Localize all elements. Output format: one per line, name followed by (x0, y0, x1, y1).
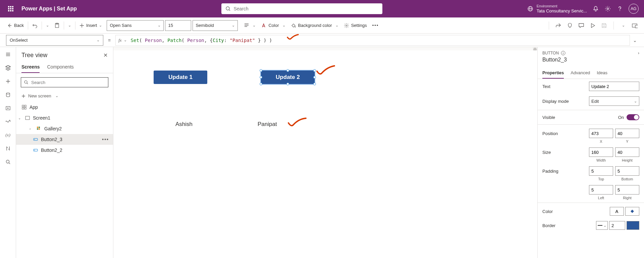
canvas-button-update1[interactable]: Update 1 (154, 71, 207, 84)
bg-color-button[interactable]: Background color ⌄ (288, 20, 341, 31)
publish-icon[interactable] (631, 22, 638, 29)
prop-border-label: Border (542, 223, 593, 228)
user-avatar[interactable]: AG (629, 4, 639, 14)
prop-text-input[interactable] (589, 82, 639, 91)
rail-media-icon[interactable] (5, 105, 11, 112)
prop-padtop-input[interactable] (589, 166, 613, 176)
rail-hamburger-icon[interactable] (5, 51, 11, 58)
expand-formula-icon[interactable]: ⌄ (630, 38, 640, 43)
insert-button[interactable]: Insert ⌄ (77, 20, 105, 31)
color-label: Color (268, 23, 279, 28)
prop-x-input[interactable] (589, 129, 613, 138)
svg-rect-20 (22, 108, 24, 109)
property-value: OnSelect (10, 38, 28, 43)
prop-displaymode-select[interactable]: Edit⌄ (589, 96, 639, 106)
paste-dropdown[interactable]: ⌄ (65, 20, 74, 31)
tree-search-input[interactable] (31, 80, 105, 85)
tree-search[interactable] (21, 77, 108, 87)
notifications-icon[interactable] (592, 5, 599, 12)
search-icon (225, 6, 231, 11)
more-icon[interactable]: ••• (102, 137, 109, 142)
clipboard-icon (54, 23, 60, 28)
save-dropdown[interactable]: ⌄ (620, 22, 627, 29)
global-search[interactable] (221, 3, 382, 14)
prop-y-input[interactable] (615, 129, 639, 138)
undo-dropdown[interactable]: ⌄ (43, 20, 52, 31)
prop-border-width-input[interactable] (609, 221, 625, 230)
tab-advanced[interactable]: Advanced (571, 68, 590, 79)
rail-flow-icon[interactable] (5, 118, 11, 125)
tree-node-app[interactable]: App (16, 102, 113, 113)
help-icon[interactable] (616, 5, 623, 12)
share-icon[interactable] (555, 22, 562, 29)
font-family-select[interactable]: Open Sans⌄ (107, 20, 164, 31)
prop-padbottom-input[interactable] (615, 166, 639, 176)
environment-value: Tata Consultancy Servic... (537, 8, 587, 14)
screen-icon (25, 115, 30, 121)
tree-node-label: Gallery2 (44, 126, 62, 131)
prop-size-label: Size (542, 150, 586, 155)
svg-point-16 (24, 81, 27, 83)
more-button[interactable]: ••• (370, 20, 382, 31)
prop-width-input[interactable] (589, 147, 613, 157)
save-icon[interactable] (601, 22, 607, 29)
close-tree-icon[interactable]: ✕ (103, 52, 108, 58)
rail-tree-icon[interactable] (5, 64, 11, 71)
text-color-icon (261, 23, 266, 28)
tree-node-screen1[interactable]: ⌄ Screen1 (16, 113, 113, 123)
new-screen-button[interactable]: New screen ⌄ (16, 91, 113, 100)
prop-border-style[interactable]: ⌄ (596, 221, 608, 230)
prop-padleft-input[interactable] (589, 185, 613, 195)
comments-icon[interactable] (578, 22, 585, 29)
svg-rect-25 (37, 128, 38, 130)
prop-border-color-swatch[interactable] (627, 221, 639, 230)
play-icon[interactable] (589, 22, 596, 29)
back-button[interactable]: Back (4, 20, 26, 31)
tab-screens[interactable]: Screens (21, 61, 40, 73)
prop-visible-toggle[interactable] (627, 114, 639, 120)
tab-ideas[interactable]: Ideas (597, 68, 607, 79)
tab-properties[interactable]: Properties (542, 68, 564, 79)
rail-insert-icon[interactable] (5, 78, 11, 85)
undo-icon (32, 23, 38, 28)
svg-point-5 (607, 8, 609, 10)
settings-button[interactable]: Settings (341, 20, 370, 31)
tree-node-button23[interactable]: Button2_3 ••• (16, 134, 113, 145)
prop-height-input[interactable] (615, 147, 639, 157)
undo-button[interactable] (30, 20, 40, 31)
settings-icon[interactable] (604, 5, 611, 12)
expand-props-icon[interactable]: › (638, 50, 639, 55)
tree-node-gallery2[interactable]: › Gallery2 (16, 123, 113, 134)
paste-button[interactable] (52, 20, 62, 31)
rail-search-icon[interactable] (5, 159, 11, 165)
tree-node-button22[interactable]: Button2_2 (16, 145, 113, 156)
rail-variables-icon[interactable]: (x) (5, 132, 11, 138)
prop-text-color-swatch[interactable]: A (610, 207, 624, 216)
font-size-select[interactable]: 15 (165, 20, 191, 31)
caret-icon[interactable]: › (30, 127, 34, 131)
rail-data-icon[interactable] (5, 91, 11, 98)
prop-displaymode-label: Display mode (542, 99, 586, 104)
bgcolor-label: Background color (298, 23, 332, 28)
text-color-button[interactable]: Color ⌄ (258, 20, 288, 31)
prop-padright-input[interactable] (615, 185, 639, 195)
prop-text-label: Text (542, 84, 586, 89)
canvas[interactable]: Update 1 Update 2 Ashish Panipat (113, 50, 537, 258)
rail-tools-icon[interactable] (5, 145, 11, 152)
app-launcher[interactable] (3, 1, 19, 17)
canvas-button-update2[interactable]: Update 2 (261, 71, 315, 84)
tab-components[interactable]: Components (47, 61, 73, 73)
checker-icon[interactable] (567, 22, 573, 29)
font-weight-select[interactable]: Semibold⌄ (193, 20, 238, 31)
tree-node-label: Button2_2 (41, 147, 62, 153)
property-select[interactable]: OnSelect ⌄ (6, 35, 103, 46)
formula-input[interactable]: fx ⌄ Set( Person, Patch( Person, {City: … (115, 35, 630, 46)
info-icon[interactable] (561, 51, 566, 55)
button-icon (33, 147, 38, 153)
props-component-name: Button2_3 (542, 57, 639, 63)
environment-picker[interactable]: Environment Tata Consultancy Servic... (527, 4, 587, 14)
prop-fill-color-swatch[interactable] (625, 207, 639, 216)
caret-icon[interactable]: ⌄ (18, 116, 22, 120)
align-button[interactable]: ⌄ (241, 20, 258, 31)
search-input[interactable] (233, 6, 378, 11)
